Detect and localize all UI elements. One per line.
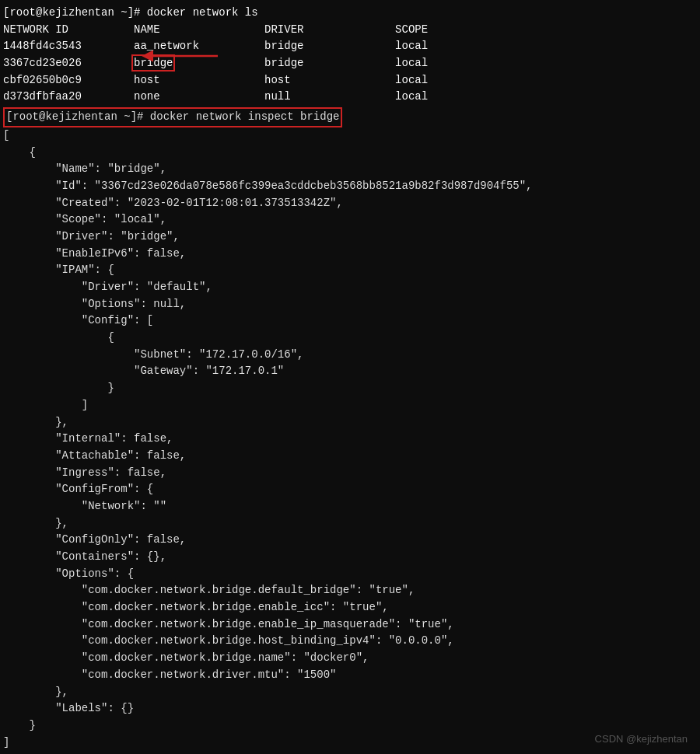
json-scope: "Scope": "local", [3,211,697,229]
json-opt-host-binding: "com.docker.network.bridge.host_binding_… [3,633,697,650]
json-ipam-driver: "Driver": "default", [3,279,697,296]
table-row-1: 1448fd4c3543 aa_network bridge local [3,38,697,55]
json-config-open: "Config": [ [3,312,697,330]
json-ipam-close: }, [3,414,697,431]
json-name: "Name": "bridge", [3,161,697,178]
json-containers: "Containers": {}, [3,549,697,566]
json-created: "Created": "2023-02-01T12:08:01.37351334… [3,195,697,212]
json-options-open: "Options": { [3,566,697,583]
json-opt-mtu: "com.docker.network.driver.mtu": "1500" [3,667,697,684]
json-opt-enable-masq: "com.docker.network.bridge.enable_ip_mas… [3,616,697,634]
table-row-4: d373dfbfaa20 none null local [3,89,697,106]
json-gateway: "Gateway": "172.17.0.1" [3,363,697,380]
json-line-0: [ [3,127,697,145]
json-config-close: ] [3,397,697,414]
json-opt-default-bridge: "com.docker.network.bridge.default_bridg… [3,582,697,599]
json-internal: "Internal": false, [3,431,697,448]
json-subnet: "Subnet": "172.17.0.0/16", [3,347,697,364]
json-config-obj-close: } [3,380,697,397]
json-opt-name: "com.docker.network.bridge.name": "docke… [3,650,697,667]
watermark: CSDN @kejizhentan [595,733,688,745]
json-ipam-options: "Options": null, [3,296,697,313]
json-attachable: "Attachable": false, [3,448,697,465]
json-opt-enable-icc: "com.docker.network.bridge.enable_icc": … [3,599,697,616]
json-configfrom: "ConfigFrom": { [3,481,697,498]
inspect-command-box: [root@kejizhentan ~]# docker network ins… [3,107,342,127]
table-row-2: 3367cd23e026 bridge bridge local [3,55,697,72]
json-configonly: "ConfigOnly": false, [3,532,697,549]
json-obj-close: } [3,717,697,735]
json-ingress: "Ingress": false, [3,465,697,482]
json-configfrom-close: }, [3,515,697,532]
terminal-window: [root@kejizhentan ~]# docker network ls … [0,0,700,754]
json-driver: "Driver": "bridge", [3,229,697,246]
json-network: "Network": "" [3,498,697,515]
json-line-1: { [3,145,697,162]
json-ipam: "IPAM": { [3,262,697,279]
json-config-obj-open: { [3,330,697,347]
bridge-highlight-box: bridge [134,57,173,69]
json-id: "Id": "3367cd23e026da078e586fc399ea3cddc… [3,178,697,195]
command-line-2: [root@kejizhentan ~]# docker network ins… [3,107,697,127]
json-array-close: ] [3,735,697,752]
table-row-3: cbf02650b0c9 host host local [3,72,697,89]
table-header: NETWORK ID NAME DRIVER SCOPE [3,22,697,39]
json-labels: "Labels": {} [3,700,697,717]
json-enableipv6: "EnableIPv6": false, [3,246,697,263]
command-line-1: [root@kejizhentan ~]# docker network ls [3,5,697,22]
json-options-close: }, [3,684,697,701]
